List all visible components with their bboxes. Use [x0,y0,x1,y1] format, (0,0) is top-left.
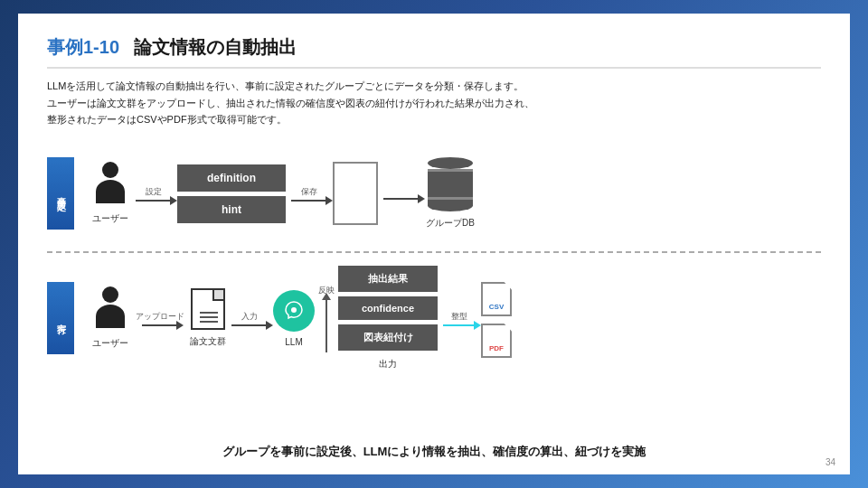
top-user-label: ユーザー [92,212,128,225]
upload-arrow: アップロード [130,311,190,326]
upload-arrow-line [142,324,178,326]
doc-lines [200,312,220,323]
bottom-section-label: 実行 [47,282,74,354]
db-top [428,157,473,169]
csv-label: CSV [489,303,504,311]
doc-line3 [200,321,218,323]
top-arrow2-line [291,200,327,202]
title-text: 論文情報の自動抽出 [134,35,297,60]
top-flow-content: ユーザー 設定 definition hint 保存 [90,157,821,230]
top-save-flow: 保存 [286,162,425,225]
input-arrow-label: 入力 [241,311,258,323]
bottom-flow-content: ユーザー アップロード [90,266,821,371]
person-head [102,162,118,178]
reflect-line [326,298,327,352]
empty-box [333,162,378,225]
top-person-icon [90,162,130,207]
llm-swirl-icon [281,298,307,324]
extract-result-box: 抽出結果 [338,266,438,292]
cyan-arrow-section: 整型 [438,311,481,326]
llm-node: LLM [273,290,315,347]
input-arrow-line [231,324,268,326]
file-icons-section: CSV PDF [481,282,512,358]
doc-icon [191,288,225,330]
person-body [96,180,125,203]
db-label: グループDB [426,217,475,230]
top-arrow1-label: 設定 [146,186,162,198]
output-boxes: 抽出結果 confidence 図表紐付け [338,266,438,351]
definition-box: definition [177,164,286,192]
box-group-node: definition hint [177,164,286,223]
top-section-row: 事前設定 ユーザー 設定 [47,139,821,248]
title-number: 事例1-10 [47,35,119,60]
bottom-caption: グループを事前に設定後、LLMにより情報を抽出、確信度の算出、紐づけを実施 [47,444,821,460]
top-arrow3 [378,187,425,200]
database-icon [425,157,476,211]
doc-line1 [200,312,218,314]
doc-fold [212,290,223,301]
doc-node: 論文文群 [190,288,226,348]
top-arrow1-line [136,200,172,202]
input-arrow: 入力 [226,311,273,326]
page-number: 34 [826,457,835,467]
diagram-area: 事前設定 ユーザー 設定 [47,139,821,380]
llm-icon [273,290,315,332]
reflect-arrow-up [322,293,331,300]
doc-line2 [200,316,218,318]
box-group: definition hint [177,164,286,223]
title-line: 事例1-10 論文情報の自動抽出 [47,35,821,69]
slide: 事例1-10 論文情報の自動抽出 LLMを活用して論文情報の自動抽出を行い、事前… [18,14,850,474]
bottom-user-label: ユーザー [92,337,128,350]
svg-point-0 [291,307,297,313]
top-arrow3-line [383,198,420,200]
db-bottom [428,200,473,211]
bottom-section-row: 実行 ユーザー アップロード [47,257,821,380]
top-user-node: ユーザー [90,162,130,225]
output-boxes-node: 抽出結果 confidence 図表紐付け 出力 [338,266,438,371]
top-arrow2: 保存 [286,186,333,202]
bottom-person-icon [90,286,130,332]
hint-box: hint [177,196,286,223]
pdf-label: PDF [489,344,504,352]
divider [47,251,821,253]
bottom-person-body [96,305,125,328]
bottom-person-head [102,286,118,303]
csv-file: CSV [481,282,512,316]
top-section-label: 事前設定 [47,157,74,230]
description: LLMを活用して論文情報の自動抽出を行い、事前に設定されたグループごとにデータを… [47,78,821,128]
top-arrow1: 設定 [130,186,177,202]
pdf-icon: PDF [481,324,512,358]
db-node: グループDB [425,157,476,230]
csv-icon: CSV [481,282,512,316]
bottom-user-node: ユーザー [90,286,130,350]
top-arrow2-label: 保存 [301,186,317,198]
reflect-section: 反映 [318,285,335,352]
llm-label: LLM [285,337,302,347]
db-mid [428,172,473,197]
format-label: 整型 [451,311,467,323]
top-arrow3-label [401,187,403,196]
cyan-arrow-line [443,324,476,326]
output-label: 出力 [379,358,397,371]
figure-link-box: 図表紐付け [338,324,438,351]
doc-label: 論文文群 [190,335,226,348]
confidence-box: confidence [338,296,438,320]
pdf-file: PDF [481,324,512,358]
